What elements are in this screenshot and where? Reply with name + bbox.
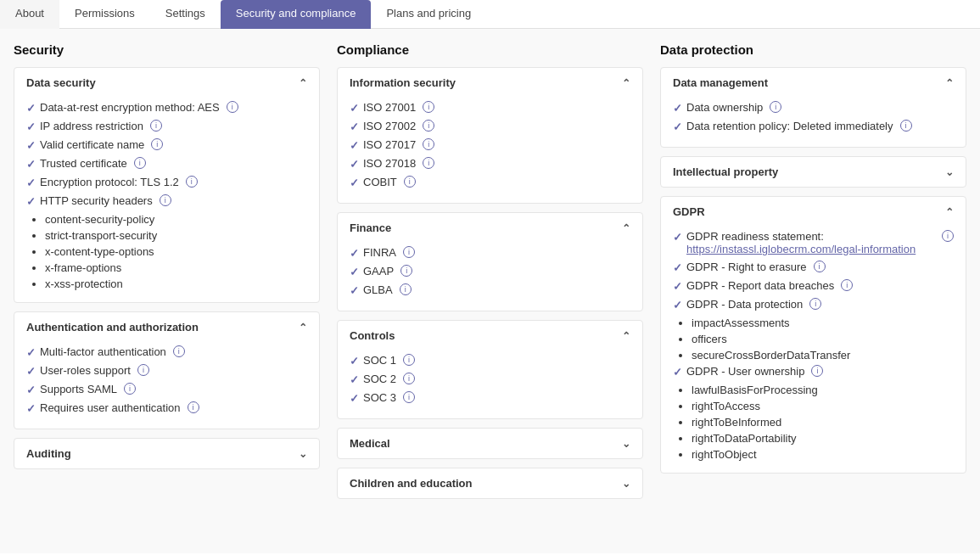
section-auditing-label: Auditing <box>26 447 71 460</box>
check-cobit-text: COBIT <box>363 176 397 188</box>
check-iso27001-text: ISO 27001 <box>363 101 416 114</box>
info-icon-saml[interactable]: i <box>124 383 136 395</box>
tabs-container: About Permissions Settings Security and … <box>0 0 980 29</box>
check-icon: ✓ <box>673 102 682 115</box>
info-icon-cobit[interactable]: i <box>404 176 416 188</box>
tab-settings[interactable]: Settings <box>150 0 221 29</box>
info-icon-tls[interactable]: i <box>186 176 198 188</box>
section-controls: Controls ⌃ ✓ SOC 1 i ✓ SOC 2 i ✓ SOC 3 i <box>337 320 643 419</box>
check-gdpr-data-protection: ✓ GDPR - Data protection i <box>673 298 954 311</box>
check-tls: ✓ Encryption protocol: TLS 1.2 i <box>26 176 307 189</box>
check-retention-text: Data retention policy: Deleted immediate… <box>686 120 893 132</box>
check-iso27002: ✓ ISO 27002 i <box>350 120 630 133</box>
check-mfa: ✓ Multi-factor authentication i <box>26 345 307 359</box>
chevron-down-icon: ⌄ <box>945 166 954 178</box>
info-icon-gdpr-erasure[interactable]: i <box>814 261 826 272</box>
info-icon-gdpr-breaches[interactable]: i <box>841 279 853 291</box>
info-icon-iso27018[interactable]: i <box>423 157 434 169</box>
section-children-header[interactable]: Children and education ⌄ <box>338 468 642 498</box>
section-auth-header[interactable]: Authentication and authorization ⌃ <box>14 312 319 342</box>
section-data-security-body: ✓ Data-at-rest encryption method: AES i … <box>14 98 319 302</box>
info-icon-gdpr-readiness[interactable]: i <box>942 230 954 242</box>
check-iso27018-text: ISO 27018 <box>363 157 416 170</box>
check-soc2: ✓ SOC 2 i <box>350 373 630 386</box>
chevron-up-icon: ⌃ <box>299 77 307 89</box>
info-icon-iso27017[interactable]: i <box>423 138 434 150</box>
check-gdpr-user-ownership: ✓ GDPR - User ownership i <box>673 365 954 378</box>
info-icon-mfa[interactable]: i <box>173 345 185 357</box>
section-finance-header[interactable]: Finance ⌃ <box>338 213 642 243</box>
info-icon-soc3[interactable]: i <box>403 391 415 403</box>
section-medical-header[interactable]: Medical ⌄ <box>338 429 642 458</box>
http-headers-list: content-security-policy strict-transport… <box>45 213 307 290</box>
info-icon-trusted-cert[interactable]: i <box>134 157 146 169</box>
check-iso27002-text: ISO 27002 <box>363 120 416 132</box>
check-gdpr-breaches-text: GDPR - Report data breaches <box>686 279 834 292</box>
section-controls-header[interactable]: Controls ⌃ <box>338 321 642 350</box>
info-icon-soc2[interactable]: i <box>403 373 415 384</box>
section-controls-body: ✓ SOC 1 i ✓ SOC 2 i ✓ SOC 3 i <box>338 350 642 418</box>
check-saml: ✓ Supports SAML i <box>26 383 307 396</box>
chevron-up-icon: ⌃ <box>299 322 307 334</box>
check-icon: ✓ <box>26 346 36 359</box>
check-gaap-text: GAAP <box>363 265 394 278</box>
check-gdpr-uo-text: GDPR - User ownership <box>686 365 804 378</box>
info-icon-gdpr-uo[interactable]: i <box>811 365 823 377</box>
section-info-security-header[interactable]: Information security ⌃ <box>338 68 642 98</box>
section-data-management-header[interactable]: Data management ⌃ <box>661 68 966 98</box>
info-icon-roles[interactable]: i <box>137 364 149 376</box>
info-icon-finra[interactable]: i <box>403 246 415 258</box>
tab-about[interactable]: About <box>0 0 59 29</box>
check-icon: ✓ <box>26 121 36 133</box>
check-gaap: ✓ GAAP i <box>350 265 630 278</box>
section-ip-header[interactable]: Intellectual property ⌄ <box>661 157 966 187</box>
check-soc1-text: SOC 1 <box>363 354 396 367</box>
chevron-down-icon: ⌄ <box>622 478 630 490</box>
check-icon: ✓ <box>673 280 682 293</box>
check-http-headers: ✓ HTTP security headers i <box>26 194 307 208</box>
bullet-informed: rightToBeInformed <box>692 416 954 429</box>
tab-permissions[interactable]: Permissions <box>59 0 150 29</box>
tab-plans[interactable]: Plans and pricing <box>371 0 486 29</box>
check-cobit: ✓ COBIT i <box>350 176 630 189</box>
info-icon-user-auth[interactable]: i <box>188 401 199 413</box>
info-icon-http[interactable]: i <box>160 194 171 206</box>
section-info-security-label: Information security <box>350 76 456 89</box>
section-gdpr-header[interactable]: GDPR ⌃ <box>661 197 966 227</box>
info-icon-iso27001[interactable]: i <box>423 101 434 113</box>
gdpr-dp-bullets: impactAssessments officers secureCrossBo… <box>692 317 954 362</box>
chevron-up-icon: ⌃ <box>945 206 954 218</box>
chevron-up-icon: ⌃ <box>622 77 630 89</box>
info-icon-gaap[interactable]: i <box>400 265 412 277</box>
info-icon-ip[interactable]: i <box>150 120 162 132</box>
check-gdpr-erasure-text: GDPR - Right to erasure <box>686 261 807 273</box>
info-icon-encryption[interactable]: i <box>227 101 238 113</box>
compliance-column: Compliance Information security ⌃ ✓ ISO … <box>337 42 660 553</box>
section-auditing-header[interactable]: Auditing ⌄ <box>14 439 319 468</box>
check-encryption-text: Data-at-rest encryption method: AES <box>40 101 220 114</box>
check-soc2-text: SOC 2 <box>363 373 396 385</box>
bullet-officers: officers <box>692 333 954 345</box>
section-data-security-header[interactable]: Data security ⌃ <box>14 68 319 98</box>
section-finance-label: Finance <box>350 221 391 234</box>
security-title: Security <box>14 42 320 57</box>
check-soc3-text: SOC 3 <box>363 391 396 404</box>
info-icon-gdpr-dp[interactable]: i <box>809 298 821 310</box>
info-icon-retention[interactable]: i <box>900 120 912 132</box>
section-data-management-body: ✓ Data ownership i ✓ Data retention poli… <box>661 98 966 147</box>
section-gdpr-body: ✓ GDPR readiness statement: https://inst… <box>661 227 966 473</box>
gdpr-readiness-link[interactable]: https://instassl.iglobecrm.com/legal-inf… <box>686 243 916 255</box>
check-mfa-text: Multi-factor authentication <box>40 345 166 358</box>
info-icon-cert-name[interactable]: i <box>151 138 163 150</box>
check-finra-text: FINRA <box>363 246 396 259</box>
info-icon-soc1[interactable]: i <box>403 354 415 366</box>
tab-security[interactable]: Security and compliance <box>221 0 372 29</box>
info-icon-data-ownership[interactable]: i <box>770 101 781 113</box>
section-auth-label: Authentication and authorization <box>26 321 199 334</box>
section-data-management: Data management ⌃ ✓ Data ownership i ✓ D… <box>660 67 966 148</box>
check-http-text: HTTP security headers <box>40 194 153 207</box>
info-icon-iso27002[interactable]: i <box>423 120 434 132</box>
bullet-object: rightToObject <box>692 448 954 461</box>
check-icon: ✓ <box>26 365 36 378</box>
info-icon-glba[interactable]: i <box>400 283 412 295</box>
